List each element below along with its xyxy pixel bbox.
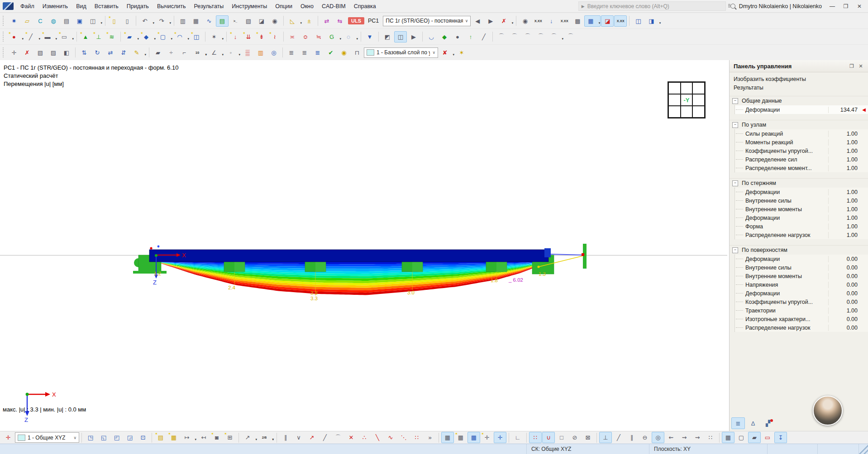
new-guideline-icon[interactable]: ▦ xyxy=(167,432,180,443)
ortho-mode-icon[interactable]: ∥ xyxy=(279,432,292,443)
panel-tab-display[interactable]: ≣ xyxy=(731,417,745,429)
factor-value[interactable]: 1.00 xyxy=(828,156,860,163)
workplane-corner-icon[interactable]: ∟ xyxy=(511,432,524,443)
new-elastic-foundation-icon[interactable]: ≋ xyxy=(105,31,118,43)
factor-row[interactable]: Форма1.00 xyxy=(735,222,868,231)
guide-snap-3-icon[interactable]: ⇝ xyxy=(691,432,704,443)
snapshot-icon[interactable]: ⊞ xyxy=(224,432,236,443)
edit-tables-icon[interactable]: ▤ xyxy=(60,15,73,27)
annotation-icon[interactable]: ◦ xyxy=(224,47,241,58)
collapse-icon[interactable]: − xyxy=(732,180,738,186)
layers-manager-icon[interactable]: ≣ xyxy=(311,47,324,58)
menu-2[interactable]: Изменить xyxy=(38,2,72,10)
factor-row[interactable]: Деформации0.00 xyxy=(735,289,868,298)
printout-report-icon[interactable]: ◪ xyxy=(255,15,268,27)
zigzag-snap-icon[interactable]: ∿ xyxy=(384,432,397,443)
background-grid-icon[interactable]: ▦ xyxy=(722,432,734,443)
circle-snap-icon[interactable]: ⊘ xyxy=(568,432,581,443)
filter-loadcases-icon[interactable]: ✗ xyxy=(497,15,514,27)
edge-snap-icon[interactable]: ╲ xyxy=(371,432,384,443)
display-properties-icon[interactable]: ◨ xyxy=(645,15,661,27)
factor-row[interactable]: Коэффициенты упругой...1.00 xyxy=(735,147,868,155)
new-grid-icon[interactable]: ▤ xyxy=(154,432,167,443)
collapse-icon[interactable]: − xyxy=(732,122,738,128)
factor-row[interactable]: Изотропные характери...0.00 xyxy=(735,315,868,323)
factor-row[interactable]: Деформации134.47◀ xyxy=(735,105,868,114)
delete-object-icon[interactable]: ✗ xyxy=(21,47,33,58)
new-entry-icon[interactable]: ▯ xyxy=(108,15,120,27)
prev-loadcase-icon[interactable]: ◀ xyxy=(471,15,484,27)
navigation-cube-face-label[interactable]: -Y xyxy=(681,94,693,106)
new-opening-icon[interactable]: ▢ xyxy=(157,31,173,43)
locator-icon[interactable]: ◉ xyxy=(268,15,281,27)
factor-value[interactable]: 1.00 xyxy=(828,307,860,314)
hinge-none-icon[interactable]: ⌒ xyxy=(495,31,508,43)
menu-1[interactable]: Файл xyxy=(16,2,38,10)
new-node-icon[interactable]: ● xyxy=(8,31,24,43)
mirror-object-icon[interactable]: ⇄ xyxy=(104,47,117,58)
bluebeam-icon[interactable]: C xyxy=(34,15,47,27)
menu-6[interactable]: Вычислить xyxy=(153,2,190,10)
factor-row[interactable]: Внутренние моменты1.00 xyxy=(735,205,868,213)
guide-snap-1-icon[interactable]: ⇜ xyxy=(665,432,677,443)
new-section-cut-icon[interactable]: ◫ xyxy=(190,31,203,43)
factor-value[interactable]: 0.00 xyxy=(828,325,860,331)
menu-11[interactable]: CAD-BIM xyxy=(318,2,350,10)
layers-visibility-icon[interactable]: ≣ xyxy=(285,47,298,58)
restore-button[interactable]: ❐ xyxy=(839,0,853,12)
node-snap-icon[interactable]: ⋱ xyxy=(397,432,410,443)
show-values-icon[interactable]: X.XX xyxy=(532,15,544,27)
user-account-label[interactable]: Dmytro Nikolaienko | Nikolaienko xyxy=(739,3,822,9)
hinge-both-icon[interactable]: ⌒ xyxy=(534,31,547,43)
panel-group-header[interactable]: −По узлам xyxy=(730,120,868,129)
save-icon[interactable]: ▣ xyxy=(73,15,86,27)
factor-value[interactable]: 1.00 xyxy=(828,206,860,213)
next-loadcase-icon[interactable]: ▶ xyxy=(484,15,497,27)
panel-close-icon[interactable]: ✕ xyxy=(856,61,865,71)
surface-eye-icon[interactable]: ◎ xyxy=(267,47,280,58)
factor-value[interactable]: 134.47 xyxy=(828,107,860,113)
workplane-rotate-icon[interactable]: ◲ xyxy=(124,432,136,443)
factor-value[interactable]: 1.00 xyxy=(828,232,860,238)
factor-value[interactable]: 1.00 xyxy=(828,223,860,230)
collapse-icon[interactable]: − xyxy=(732,98,738,104)
factor-value[interactable]: 0.00 xyxy=(828,282,860,288)
factor-row[interactable]: Внутренние силы0.00 xyxy=(735,263,868,272)
select-polygon-icon[interactable]: ◌ xyxy=(342,31,358,43)
member-eccentricity-icon[interactable]: ≎ xyxy=(299,31,312,43)
generate-situations-icon[interactable]: ⇆ xyxy=(334,15,346,27)
workplane-pick-icon[interactable]: ⊡ xyxy=(137,432,149,443)
mesh-points-icon[interactable]: ▒ xyxy=(241,47,254,58)
model-viewport[interactable]: XZXZ PC1 - ПС 1г (STR/GEO) - постоянная … xyxy=(0,60,729,431)
new-member-load-icon[interactable]: ⇊ xyxy=(242,31,255,43)
layer-bulb-icon[interactable]: ◉ xyxy=(338,47,350,58)
workplane-xz-icon[interactable]: ◱ xyxy=(97,432,110,443)
solid-display-icon[interactable]: ▩ xyxy=(571,15,584,27)
menu-9[interactable]: Опции xyxy=(271,2,296,10)
factor-value[interactable]: 0.00 xyxy=(828,273,860,279)
factor-value[interactable]: 0.00 xyxy=(828,316,860,322)
user-avatar[interactable] xyxy=(813,396,843,426)
menu-10[interactable]: Окно xyxy=(296,2,318,10)
grid-snap-icon[interactable]: ∷ xyxy=(529,432,542,443)
factor-value[interactable]: 1.00 xyxy=(828,189,860,195)
workplane-yz-icon[interactable]: ◰ xyxy=(110,432,123,443)
factor-value[interactable]: 1.00 xyxy=(828,165,860,171)
factor-row[interactable]: Деформации0.00 xyxy=(735,255,868,263)
search-icon[interactable] xyxy=(730,4,735,9)
member-type-icon[interactable]: G xyxy=(325,31,342,43)
factor-value[interactable]: 1.00 xyxy=(828,131,860,137)
keyword-search-input[interactable]: ▶ Введите ключевое слово (Alt+Q) xyxy=(578,1,726,11)
member-hinge-icon[interactable]: ≍ xyxy=(286,31,299,43)
deformed-shape-icon[interactable]: ◡ xyxy=(425,31,438,43)
new-surface-icon[interactable]: ▰ xyxy=(123,31,139,43)
rotate-object-icon[interactable]: ↻ xyxy=(91,47,104,58)
hinge-custom-icon[interactable]: ⌒ xyxy=(548,31,564,43)
extension-snap-icon[interactable]: ╱ xyxy=(612,432,625,443)
grid-points-icon[interactable]: ∷ xyxy=(410,432,423,443)
menu-8[interactable]: Инструменты xyxy=(228,2,271,10)
grid-show-icon[interactable]: ▦ xyxy=(441,432,454,443)
open-model-icon[interactable]: ▱ xyxy=(21,15,33,27)
tangent-snap-icon[interactable]: ⊖ xyxy=(639,432,651,443)
factor-value[interactable]: 1.00 xyxy=(828,139,860,146)
